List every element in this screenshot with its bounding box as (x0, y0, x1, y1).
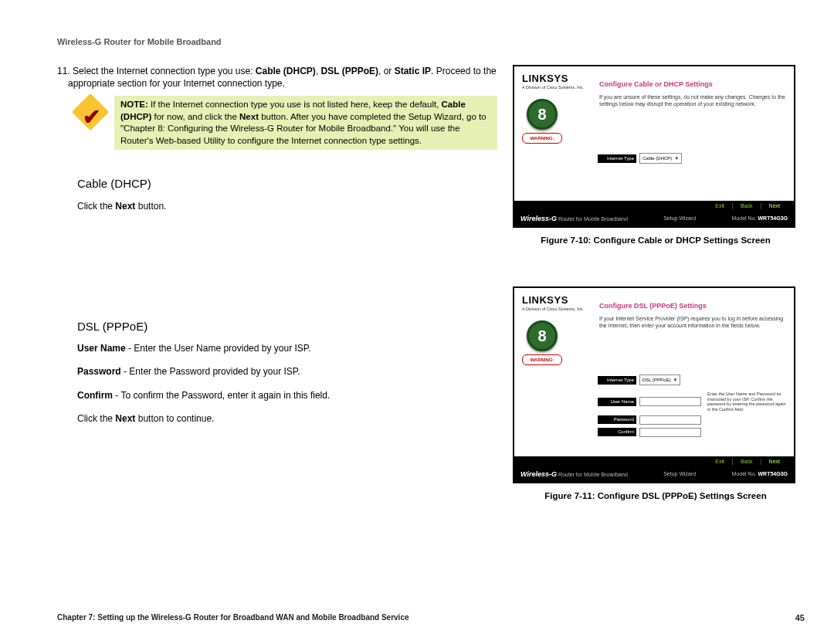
note-callout: ✔ NOTE: If the Internet connection type … (77, 96, 497, 150)
helper-text: Enter the User Name and Password as inst… (707, 391, 786, 412)
wizard1-desc: If you are unsure of these settings, do … (599, 93, 786, 107)
username-label: User Name (598, 398, 636, 406)
dsl-confirm: Confirm - To confirm the Password, enter… (77, 389, 497, 402)
figure-7-10-screenshot: LINKSYS A Division of Cisco Systems, Inc… (513, 65, 795, 228)
wizard1-title: Configure Cable or DHCP Settings (599, 80, 786, 89)
running-header: Wireless-G Router for Mobile Broadband (57, 37, 805, 46)
exit-button[interactable]: Exit (707, 459, 732, 465)
step-11: 11. Select the Internet connection type … (68, 65, 497, 90)
wizard2-desc: If your Internet Service Provider (ISP) … (599, 315, 786, 329)
linksys-logo: LINKSYS A Division of Cisco Systems, Inc… (522, 294, 592, 365)
confirm-input[interactable] (639, 428, 701, 437)
linksys-logo: LINKSYS A Division of Cisco Systems, Inc… (522, 73, 592, 144)
warning-badge: WARNING: (522, 133, 562, 144)
exit-button[interactable]: Exit (707, 203, 732, 209)
wizard-nav: Exit Back Next (514, 201, 794, 212)
internet-type-select[interactable]: Cable (DHCP)▼ (639, 153, 682, 164)
section-cable-heading: Cable (DHCP) (77, 176, 497, 192)
chevron-down-icon: ▼ (674, 156, 679, 161)
dsl-next: Click the Next button to continue. (77, 412, 497, 425)
password-label: Password (598, 415, 636, 424)
section-dsl-heading: DSL (PPPoE) (77, 319, 497, 334)
wizard-nav: Exit Back Next (514, 456, 794, 467)
next-button[interactable]: Next (761, 459, 788, 465)
username-input[interactable] (639, 397, 701, 406)
back-button[interactable]: Back (732, 459, 761, 465)
internet-type-select[interactable]: DSL (PPPoE)▼ (639, 375, 680, 385)
back-button[interactable]: Back (732, 203, 761, 209)
step-badge: 8 (527, 320, 558, 351)
page-footer: Chapter 7: Setting up the Wireless-G Rou… (57, 612, 805, 622)
dsl-password: Password - Enter the Password provided b… (77, 365, 497, 378)
figure-7-11-caption: Figure 7-11: Configure DSL (PPPoE) Setti… (513, 491, 798, 500)
chevron-down-icon: ▼ (673, 378, 677, 383)
next-button[interactable]: Next (761, 203, 788, 209)
cable-instruction: Click the Next button. (77, 200, 497, 212)
step-number: 11. (57, 66, 70, 76)
step-badge: 8 (527, 99, 558, 130)
internet-type-label: Internet Type (598, 376, 636, 385)
chapter-label: Chapter 7: Setting up the Wireless-G Rou… (57, 612, 409, 622)
page-number: 45 (795, 613, 805, 622)
warning-check-icon: ✔ (77, 99, 103, 125)
body-text: 11. Select the Internet connection type … (57, 65, 497, 436)
internet-type-label: Internet Type (598, 154, 636, 163)
warning-badge: WARNING: (522, 354, 562, 365)
figure-7-10-caption: Figure 7-10: Configure Cable or DHCP Set… (513, 236, 798, 245)
confirm-label: Confirm (598, 428, 636, 436)
figure-7-11-screenshot: LINKSYS A Division of Cisco Systems, Inc… (513, 286, 795, 483)
dsl-username: User Name - Enter the User Name provided… (77, 342, 497, 354)
wizard2-title: Configure DSL (PPPoE) Settings (599, 302, 786, 310)
password-input[interactable] (639, 415, 701, 425)
